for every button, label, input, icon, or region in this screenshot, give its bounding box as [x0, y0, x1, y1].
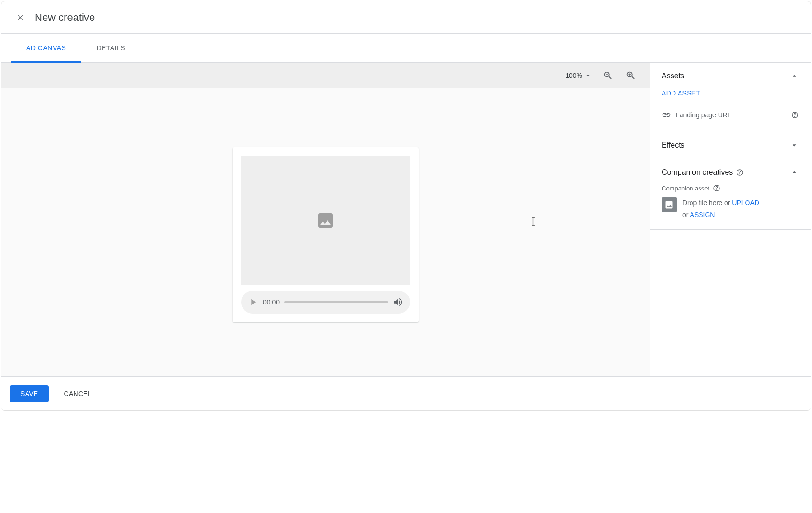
svg-point-3	[740, 174, 740, 174]
preview-card: 00:00	[233, 147, 419, 322]
help-icon[interactable]	[736, 168, 744, 177]
zoom-out-icon	[603, 70, 613, 81]
landing-page-url-input[interactable]	[676, 111, 786, 119]
tab-details[interactable]: DETAILS	[81, 34, 140, 62]
chevron-up-icon	[790, 168, 799, 177]
link-icon	[662, 110, 671, 120]
close-icon	[16, 13, 25, 22]
svg-point-5	[717, 190, 717, 190]
canvas-toolbar: 100%	[1, 63, 650, 88]
cancel-button[interactable]: CANCEL	[58, 385, 98, 402]
preview-progress-bar[interactable]	[284, 301, 388, 303]
svg-point-1	[795, 116, 795, 117]
chevron-down-icon	[583, 71, 593, 80]
preview-volume-button[interactable]	[393, 297, 403, 307]
preview-time: 00:00	[263, 298, 280, 306]
topbar: New creative	[1, 1, 811, 34]
help-circle-icon	[736, 169, 744, 176]
panel-effects: Effects	[650, 132, 811, 159]
panel-effects-title: Effects	[662, 141, 685, 150]
companion-asset-label: Companion asset	[662, 184, 799, 192]
panel-assets: Assets ADD ASSET	[650, 63, 811, 132]
upload-link[interactable]: UPLOAD	[732, 199, 759, 207]
chevron-down-icon	[790, 141, 799, 150]
zoom-in-button[interactable]	[621, 66, 640, 85]
play-icon	[248, 297, 258, 307]
canvas-area: 100% 00:00	[1, 63, 650, 381]
chevron-up-icon	[790, 71, 799, 81]
tabs: AD CANVAS DETAILS	[1, 34, 811, 62]
zoom-out-button[interactable]	[598, 66, 617, 85]
tab-ad-canvas[interactable]: AD CANVAS	[11, 34, 81, 62]
image-icon	[316, 211, 335, 230]
landing-page-url-field	[662, 110, 799, 123]
zoom-in-icon	[625, 70, 636, 81]
assign-link[interactable]: ASSIGN	[690, 211, 715, 218]
add-asset-button[interactable]: ADD ASSET	[662, 89, 799, 97]
volume-icon	[393, 297, 403, 307]
zoom-label: 100%	[565, 72, 582, 79]
help-icon[interactable]	[712, 184, 721, 192]
preview-play-button[interactable]	[248, 297, 258, 307]
help-icon[interactable]	[791, 111, 799, 119]
panel-companion: Companion creatives Companion asset	[650, 159, 811, 230]
close-button[interactable]	[11, 8, 30, 27]
footer: SAVE CANCEL	[1, 376, 811, 410]
help-circle-icon	[713, 184, 720, 192]
preview-image-placeholder	[241, 156, 410, 285]
panel-companion-header[interactable]: Companion creatives	[662, 168, 799, 177]
image-icon	[664, 200, 674, 209]
companion-drop-zone[interactable]: Drop file here or UPLOAD or ASSIGN	[662, 197, 799, 221]
save-button[interactable]: SAVE	[10, 385, 49, 402]
canvas-body: 00:00	[1, 88, 650, 381]
right-panel: Assets ADD ASSET Effects Compa	[650, 63, 811, 381]
preview-controls: 00:00	[241, 291, 410, 314]
page-title: New creative	[35, 11, 95, 24]
panel-assets-header[interactable]: Assets	[662, 71, 799, 81]
panel-assets-title: Assets	[662, 72, 684, 80]
panel-companion-title: Companion creatives	[662, 168, 733, 177]
drop-text: Drop file here or UPLOAD or ASSIGN	[682, 197, 759, 221]
help-circle-icon	[791, 111, 799, 119]
zoom-dropdown[interactable]: 100%	[563, 71, 595, 80]
drop-thumbnail	[662, 197, 677, 212]
panel-effects-header[interactable]: Effects	[662, 141, 799, 150]
